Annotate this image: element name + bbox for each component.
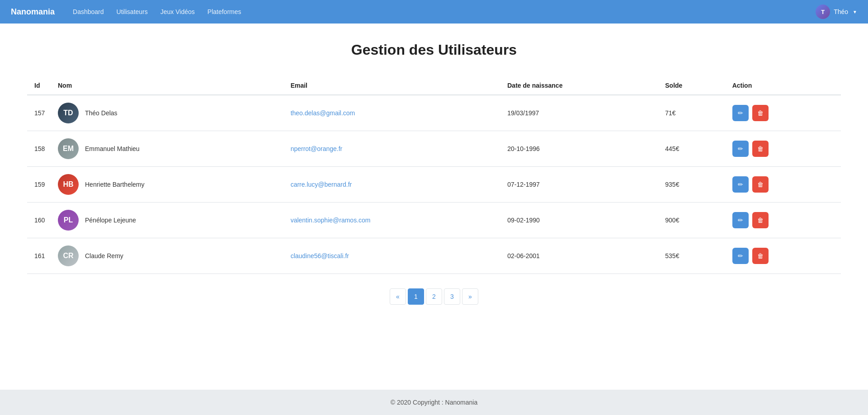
- table-row: 160 PL Pénélope Lejeune valentin.sophie@…: [27, 203, 841, 238]
- edit-button-158[interactable]: ✏: [732, 141, 749, 157]
- delete-button-161[interactable]: 🗑: [752, 248, 769, 264]
- nav-link-utilisateurs[interactable]: Utilisateurs: [117, 8, 148, 15]
- email-link-157[interactable]: theo.delas@gmail.com: [291, 109, 355, 117]
- cell-solde-159: 935€: [661, 167, 728, 203]
- footer-text: © 2020 Copyright : Nanomania: [391, 399, 477, 406]
- navbar-user[interactable]: T Théo ▼: [816, 5, 857, 19]
- col-header-action: Action: [729, 76, 841, 95]
- pagination-page-2[interactable]: 2: [426, 288, 442, 305]
- avatar: T: [816, 5, 830, 19]
- page-title: Gestion des Utilisateurs: [27, 42, 841, 58]
- col-header-solde: Solde: [661, 76, 728, 95]
- cell-id-160: 160: [27, 203, 54, 238]
- table-body: 157 TD Théo Delas theo.delas@gmail.com 1…: [27, 95, 841, 274]
- email-link-159[interactable]: carre.lucy@bernard.fr: [291, 181, 352, 188]
- delete-button-158[interactable]: 🗑: [752, 141, 769, 157]
- user-name-157: Théo Delas: [85, 109, 118, 117]
- cell-date-159: 07-12-1997: [504, 167, 661, 203]
- cell-nom-161: CR Claude Remy: [54, 238, 287, 274]
- main-content: Gestion des Utilisateurs Id Nom Email Da…: [0, 24, 868, 390]
- navbar-brand[interactable]: Nanomania: [11, 7, 55, 17]
- footer: © 2020 Copyright : Nanomania: [0, 390, 868, 415]
- cell-id-161: 161: [27, 238, 54, 274]
- avatar: CR: [58, 245, 79, 266]
- cell-email-158: nperrot@orange.fr: [287, 131, 504, 167]
- cell-action-159: ✏ 🗑: [729, 167, 841, 203]
- cell-date-161: 02-06-2001: [504, 238, 661, 274]
- edit-button-160[interactable]: ✏: [732, 212, 749, 228]
- user-name-161: Claude Remy: [85, 252, 123, 259]
- avatar: PL: [58, 210, 79, 231]
- avatar: HB: [58, 174, 79, 195]
- navbar: Nanomania Dashboard Utilisateurs Jeux Vi…: [0, 0, 868, 24]
- delete-button-160[interactable]: 🗑: [752, 212, 769, 228]
- cell-id-159: 159: [27, 167, 54, 203]
- nav-link-jeux[interactable]: Jeux Vidéos: [160, 8, 195, 15]
- table-row: 157 TD Théo Delas theo.delas@gmail.com 1…: [27, 95, 841, 131]
- navbar-nav: Dashboard Utilisateurs Jeux Vidéos Plate…: [73, 8, 816, 15]
- cell-solde-160: 900€: [661, 203, 728, 238]
- email-link-161[interactable]: claudine56@tiscali.fr: [291, 252, 349, 259]
- cell-email-159: carre.lucy@bernard.fr: [287, 167, 504, 203]
- cell-date-158: 20-10-1996: [504, 131, 661, 167]
- col-header-email: Email: [287, 76, 504, 95]
- edit-button-161[interactable]: ✏: [732, 248, 749, 264]
- col-header-nom: Nom: [54, 76, 287, 95]
- avatar: TD: [58, 103, 79, 123]
- cell-solde-158: 445€: [661, 131, 728, 167]
- col-header-id: Id: [27, 76, 54, 95]
- delete-button-157[interactable]: 🗑: [752, 105, 769, 121]
- table-row: 158 EM Emmanuel Mathieu nperrot@orange.f…: [27, 131, 841, 167]
- user-name-160: Pénélope Lejeune: [85, 217, 136, 224]
- edit-button-157[interactable]: ✏: [732, 105, 749, 121]
- pagination-next[interactable]: »: [462, 288, 478, 305]
- cell-action-160: ✏ 🗑: [729, 203, 841, 238]
- avatar-initials: T: [816, 5, 830, 19]
- cell-email-160: valentin.sophie@ramos.com: [287, 203, 504, 238]
- table-row: 159 HB Henriette Barthelemy carre.lucy@b…: [27, 167, 841, 203]
- cell-nom-159: HB Henriette Barthelemy: [54, 167, 287, 203]
- cell-id-157: 157: [27, 95, 54, 131]
- pagination-page-1[interactable]: 1: [408, 288, 424, 305]
- cell-solde-157: 71€: [661, 95, 728, 131]
- cell-id-158: 158: [27, 131, 54, 167]
- pagination: « 1 2 3 »: [27, 288, 841, 305]
- nav-link-plateformes[interactable]: Plateformes: [208, 8, 241, 15]
- email-link-158[interactable]: nperrot@orange.fr: [291, 145, 343, 152]
- cell-date-160: 09-02-1990: [504, 203, 661, 238]
- cell-action-158: ✏ 🗑: [729, 131, 841, 167]
- avatar: EM: [58, 138, 79, 159]
- users-table: Id Nom Email Date de naissance Solde Act…: [27, 76, 841, 274]
- pagination-prev[interactable]: «: [390, 288, 406, 305]
- table-header: Id Nom Email Date de naissance Solde Act…: [27, 76, 841, 95]
- table-row: 161 CR Claude Remy claudine56@tiscali.fr…: [27, 238, 841, 274]
- col-header-date: Date de naissance: [504, 76, 661, 95]
- email-link-160[interactable]: valentin.sophie@ramos.com: [291, 217, 371, 224]
- delete-button-159[interactable]: 🗑: [752, 176, 769, 193]
- users-table-container: Id Nom Email Date de naissance Solde Act…: [27, 76, 841, 274]
- cell-action-161: ✏ 🗑: [729, 238, 841, 274]
- cell-nom-160: PL Pénélope Lejeune: [54, 203, 287, 238]
- cell-action-157: ✏ 🗑: [729, 95, 841, 131]
- chevron-down-icon: ▼: [853, 9, 857, 14]
- user-name-158: Emmanuel Mathieu: [85, 145, 140, 152]
- cell-email-157: theo.delas@gmail.com: [287, 95, 504, 131]
- cell-nom-158: EM Emmanuel Mathieu: [54, 131, 287, 167]
- cell-date-157: 19/03/1997: [504, 95, 661, 131]
- cell-solde-161: 535€: [661, 238, 728, 274]
- pagination-page-3[interactable]: 3: [444, 288, 460, 305]
- user-name: Théo: [834, 8, 848, 15]
- nav-link-dashboard[interactable]: Dashboard: [73, 8, 104, 15]
- cell-email-161: claudine56@tiscali.fr: [287, 238, 504, 274]
- user-name-159: Henriette Barthelemy: [85, 181, 145, 188]
- edit-button-159[interactable]: ✏: [732, 176, 749, 193]
- cell-nom-157: TD Théo Delas: [54, 95, 287, 131]
